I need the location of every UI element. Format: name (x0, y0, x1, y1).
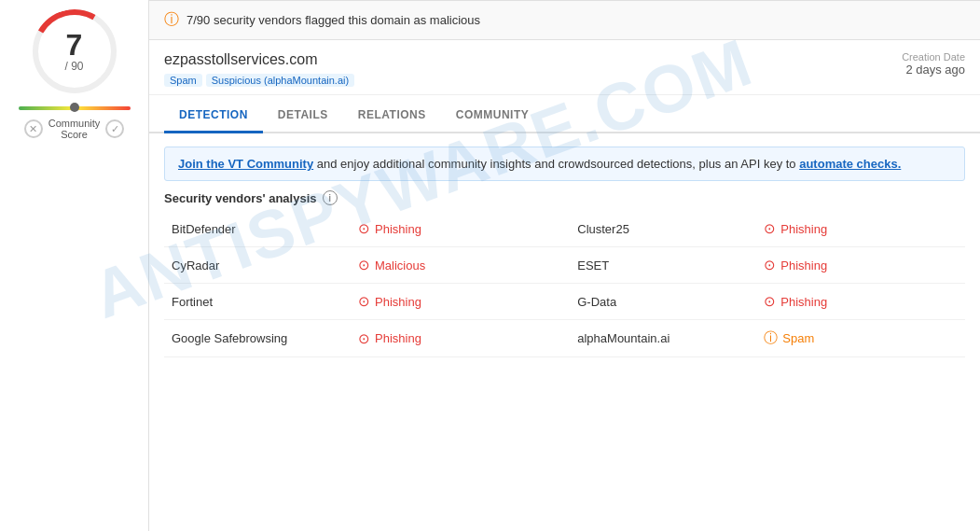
vendor-name-alphamountain: alphaMountain.ai (570, 320, 756, 357)
join-banner: Join the VT Community and enjoy addition… (164, 147, 965, 181)
tabs-row: DETECTION DETAILS RELATIONS COMMUNITY (149, 99, 980, 133)
malicious-icon: ⊙ (358, 220, 370, 237)
malicious-icon: ⊙ (358, 293, 370, 310)
vendors-table: BitDefender ⊙ Phishing Cluster25 ⊙ Phish (164, 211, 965, 357)
status-text: Phishing (375, 222, 421, 236)
domain-left: ezpasstollservices.com Spam Suspicious (… (164, 51, 354, 87)
tags-row: Spam Suspicious (alphaMountain.ai) (164, 74, 354, 87)
tab-detection[interactable]: DETECTION (164, 99, 263, 133)
table-row: Fortinet ⊙ Phishing G-Data ⊙ Phishing (164, 284, 965, 320)
status-text: Phishing (375, 331, 421, 345)
vendor-status-bitdefender: ⊙ Phishing (351, 211, 570, 247)
vendor-name-eset: ESET (570, 247, 756, 284)
alert-icon: ⓘ (164, 10, 179, 30)
creation-label: Creation Date (902, 51, 965, 63)
left-panel: 7 / 90 ✕ CommunityScore ✓ (0, 0, 149, 531)
join-banner-middle: and enjoy additional community insights … (313, 157, 799, 171)
tab-community[interactable]: COMMUNITY (441, 99, 545, 133)
alert-banner: ⓘ 7/90 security vendors flagged this dom… (149, 0, 980, 40)
progress-bar-wrapper (19, 106, 131, 110)
vendor-name-bitdefender: BitDefender (164, 211, 351, 247)
community-score-row: ✕ CommunityScore ✓ (24, 118, 125, 140)
score-circle-wrapper: 7 / 90 (33, 9, 117, 93)
vendors-header-text: Security vendors' analysis (164, 191, 317, 205)
tab-relations[interactable]: RELATIONS (343, 99, 441, 133)
score-circle: 7 / 90 (33, 9, 117, 93)
tag-spam[interactable]: Spam (164, 74, 202, 87)
vendor-name-cyradar: CyRadar (164, 247, 351, 284)
spam-icon: ⓘ (764, 329, 778, 347)
vendor-status-cyradar: ⊙ Malicious (351, 247, 570, 284)
vendor-name-fortinet: Fortinet (164, 284, 351, 320)
domain-name: ezpasstollservices.com (164, 51, 354, 68)
page-wrapper: 7 / 90 ✕ CommunityScore ✓ ⓘ 7/90 securit… (0, 0, 980, 531)
status-text: Phishing (780, 259, 827, 272)
vendors-header: Security vendors' analysis i (164, 190, 965, 205)
tag-suspicious[interactable]: Suspicious (alphaMountain.ai) (206, 74, 354, 87)
join-vt-link[interactable]: Join the VT Community (178, 157, 313, 171)
vendors-info-icon[interactable]: i (323, 190, 338, 205)
status-text: Phishing (375, 295, 421, 309)
automate-checks-link[interactable]: automate checks. (799, 157, 901, 171)
thumbs-down-icon[interactable]: ✕ (24, 119, 43, 138)
domain-right: Creation Date 2 days ago (902, 51, 965, 77)
main-content: ⓘ 7/90 security vendors flagged this dom… (149, 0, 980, 531)
malicious-icon: ⊙ (358, 257, 370, 273)
status-text: Malicious (375, 259, 425, 272)
vendor-status-googlesafebrowsing: ⊙ Phishing (351, 320, 570, 357)
table-row: CyRadar ⊙ Malicious ESET ⊙ Phishing (164, 247, 965, 284)
vendor-name-googlesafebrowsing: Google Safebrowsing (164, 320, 351, 357)
vendor-name-cluster25: Cluster25 (570, 211, 756, 247)
tab-details[interactable]: DETAILS (263, 99, 343, 133)
progress-indicator (70, 103, 79, 112)
malicious-icon: ⊙ (764, 293, 776, 310)
domain-info-row: ezpasstollservices.com Spam Suspicious (… (149, 40, 980, 95)
vendor-status-gdata: ⊙ Phishing (756, 284, 965, 320)
vendor-name-gdata: G-Data (570, 284, 756, 320)
vendor-status-cluster25: ⊙ Phishing (756, 211, 965, 247)
status-text: Phishing (780, 222, 827, 236)
progress-bar-track (19, 106, 131, 110)
community-score-label: CommunityScore (48, 118, 101, 140)
malicious-icon: ⊙ (764, 257, 776, 273)
vendor-status-eset: ⊙ Phishing (756, 247, 965, 284)
status-text: Phishing (780, 295, 827, 309)
score-number: 7 (66, 30, 83, 60)
vendor-status-fortinet: ⊙ Phishing (351, 284, 570, 320)
table-row: Google Safebrowsing ⊙ Phishing alphaMoun… (164, 320, 965, 357)
thumbs-up-icon[interactable]: ✓ (105, 119, 124, 138)
vendors-section: Security vendors' analysis i BitDefender… (149, 190, 980, 357)
alert-text: 7/90 security vendors flagged this domai… (186, 13, 480, 27)
score-denom: / 90 (64, 60, 83, 73)
status-text: Spam (782, 331, 814, 345)
vendor-status-alphamountain: ⓘ Spam (756, 320, 965, 357)
table-row: BitDefender ⊙ Phishing Cluster25 ⊙ Phish (164, 211, 965, 247)
creation-value: 2 days ago (902, 63, 965, 77)
malicious-icon: ⊙ (358, 330, 370, 347)
malicious-icon: ⊙ (764, 220, 776, 237)
